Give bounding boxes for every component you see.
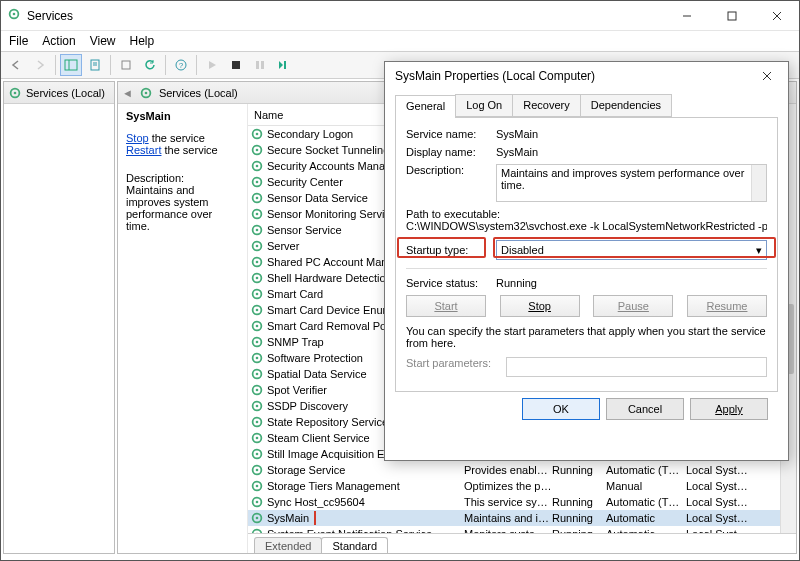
tab-standard[interactable]: Standard bbox=[321, 537, 388, 553]
pause-service-button[interactable] bbox=[249, 54, 271, 76]
maximize-button[interactable] bbox=[709, 1, 754, 30]
start-button[interactable]: Start bbox=[406, 295, 486, 317]
svg-point-57 bbox=[256, 389, 259, 392]
menu-action[interactable]: Action bbox=[42, 34, 75, 48]
svg-rect-17 bbox=[261, 61, 264, 69]
svg-rect-3 bbox=[728, 12, 736, 20]
svg-rect-16 bbox=[256, 61, 259, 69]
svg-point-29 bbox=[256, 165, 259, 168]
service-row[interactable]: Storage ServiceProvides enabl…RunningAut… bbox=[248, 462, 796, 478]
svg-point-33 bbox=[256, 197, 259, 200]
export-button[interactable] bbox=[84, 54, 106, 76]
svg-point-25 bbox=[256, 133, 259, 136]
cancel-button[interactable]: Cancel bbox=[606, 398, 684, 420]
start-service-button[interactable] bbox=[201, 54, 223, 76]
svg-point-63 bbox=[256, 437, 259, 440]
app-icon bbox=[7, 7, 21, 25]
menubar: File Action View Help bbox=[1, 31, 799, 51]
svg-text:?: ? bbox=[179, 61, 184, 70]
svg-point-45 bbox=[256, 293, 259, 296]
titlebar: Services bbox=[1, 1, 799, 31]
path-value: C:\WINDOWS\system32\svchost.exe -k Local… bbox=[406, 220, 767, 232]
svg-rect-15 bbox=[232, 61, 240, 69]
svg-point-47 bbox=[256, 309, 259, 312]
help-button[interactable]: ? bbox=[170, 54, 192, 76]
close-button[interactable] bbox=[754, 1, 799, 30]
show-hide-tree-button[interactable] bbox=[60, 54, 82, 76]
svg-rect-6 bbox=[65, 60, 77, 70]
service-row[interactable]: Sync Host_cc95604This service syn…Runnin… bbox=[248, 494, 796, 510]
svg-point-67 bbox=[256, 469, 259, 472]
startup-type-combo[interactable]: Disabled ▾ bbox=[496, 240, 767, 260]
window-title: Services bbox=[27, 9, 73, 23]
content-header: Services (Local) bbox=[159, 87, 238, 99]
description-box: Maintains and improves system performanc… bbox=[496, 164, 767, 202]
svg-point-53 bbox=[256, 357, 259, 360]
nav-root-label: Services (Local) bbox=[26, 87, 105, 99]
svg-point-39 bbox=[256, 245, 259, 248]
service-row[interactable]: SysMainMaintains and i…RunningAutomaticL… bbox=[248, 510, 796, 526]
restart-link[interactable]: Restart bbox=[126, 144, 161, 156]
svg-point-27 bbox=[256, 149, 259, 152]
chevron-down-icon: ▾ bbox=[756, 244, 762, 257]
apply-button[interactable]: Apply bbox=[690, 398, 768, 420]
svg-point-73 bbox=[256, 517, 259, 520]
selected-service-name: SysMain bbox=[126, 110, 239, 122]
ok-button[interactable]: OK bbox=[522, 398, 600, 420]
minimize-button[interactable] bbox=[664, 1, 709, 30]
menu-view[interactable]: View bbox=[90, 34, 116, 48]
forward-button[interactable] bbox=[29, 54, 51, 76]
restart-service-button[interactable] bbox=[273, 54, 295, 76]
pause-button[interactable]: Pause bbox=[593, 295, 673, 317]
start-parameters-input[interactable] bbox=[506, 357, 767, 377]
svg-point-71 bbox=[256, 501, 259, 504]
tab-recovery[interactable]: Recovery bbox=[512, 94, 580, 117]
svg-point-31 bbox=[256, 181, 259, 184]
svg-point-61 bbox=[256, 421, 259, 424]
menu-file[interactable]: File bbox=[9, 34, 28, 48]
properties-button[interactable] bbox=[115, 54, 137, 76]
service-row[interactable]: Storage Tiers ManagementOptimizes the p…… bbox=[248, 478, 796, 494]
svg-point-37 bbox=[256, 229, 259, 232]
start-params-note: You can specify the start parameters tha… bbox=[406, 325, 767, 349]
menu-help[interactable]: Help bbox=[130, 34, 155, 48]
service-name-value: SysMain bbox=[496, 128, 767, 140]
nav-tree[interactable]: Services (Local) bbox=[3, 81, 115, 554]
svg-point-21 bbox=[14, 91, 17, 94]
stop-button[interactable]: Stop bbox=[500, 295, 580, 317]
svg-point-69 bbox=[256, 485, 259, 488]
svg-marker-18 bbox=[279, 61, 283, 69]
detail-pane: SysMain Stop the service Restart the ser… bbox=[118, 104, 248, 553]
svg-rect-19 bbox=[284, 61, 286, 69]
svg-point-43 bbox=[256, 277, 259, 280]
dialog-close-button[interactable] bbox=[750, 65, 784, 87]
description-text: Maintains and improves system performanc… bbox=[126, 184, 239, 232]
svg-point-51 bbox=[256, 341, 259, 344]
svg-point-65 bbox=[256, 453, 259, 456]
stop-link[interactable]: Stop bbox=[126, 132, 149, 144]
svg-point-35 bbox=[256, 213, 259, 216]
back-button[interactable] bbox=[5, 54, 27, 76]
svg-point-23 bbox=[145, 91, 148, 94]
display-name-value: SysMain bbox=[496, 146, 767, 158]
tab-extended[interactable]: Extended bbox=[254, 537, 322, 553]
svg-point-41 bbox=[256, 261, 259, 264]
resume-button[interactable]: Resume bbox=[687, 295, 767, 317]
stop-service-button[interactable] bbox=[225, 54, 247, 76]
svg-point-1 bbox=[13, 12, 16, 15]
properties-dialog: SysMain Properties (Local Computer) Gene… bbox=[384, 61, 789, 461]
refresh-button[interactable] bbox=[139, 54, 161, 76]
tab-general[interactable]: General bbox=[395, 95, 456, 118]
tab-dependencies[interactable]: Dependencies bbox=[580, 94, 672, 117]
service-status-value: Running bbox=[496, 277, 767, 289]
back-chevron-icon[interactable]: ◄ bbox=[122, 87, 133, 99]
svg-point-49 bbox=[256, 325, 259, 328]
dialog-title: SysMain Properties (Local Computer) bbox=[395, 69, 595, 83]
svg-marker-14 bbox=[209, 61, 216, 69]
svg-point-55 bbox=[256, 373, 259, 376]
svg-point-59 bbox=[256, 405, 259, 408]
svg-rect-11 bbox=[122, 61, 130, 69]
tab-logon[interactable]: Log On bbox=[455, 94, 513, 117]
description-label: Description: bbox=[126, 172, 239, 184]
